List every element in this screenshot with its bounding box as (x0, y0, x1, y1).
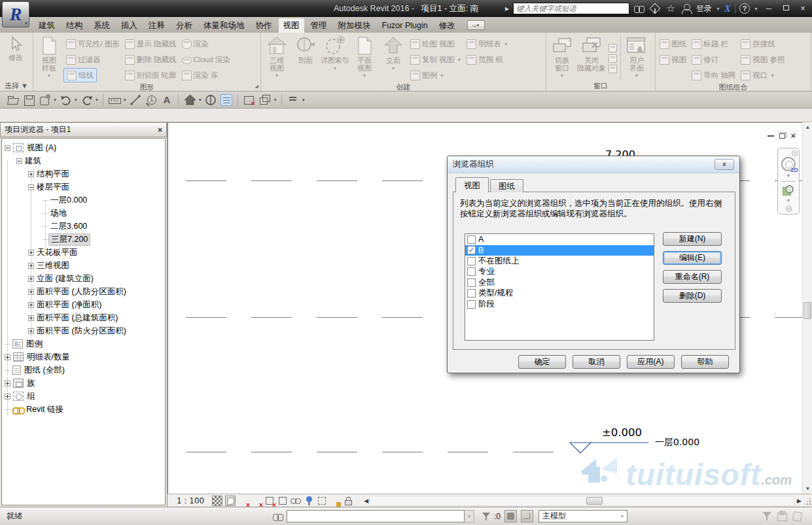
thin-lines-icon[interactable] (221, 94, 232, 106)
favorites-icon[interactable]: ☆ (665, 3, 677, 14)
tree-item[interactable]: 面积平面 (防火分区面积) (2, 324, 165, 337)
dialog-button-编辑(E)[interactable]: 编辑(E) (663, 251, 722, 265)
organization-item-不在图纸上[interactable]: 不在图纸上 (465, 256, 654, 267)
level-1-name[interactable]: 一层0.000 (655, 437, 699, 449)
navbar-wheel-caret-icon[interactable]: ▼ (786, 173, 791, 178)
collapse-icon[interactable] (5, 145, 10, 151)
measure-icon-caret[interactable]: ▼ (123, 98, 127, 102)
tree-item[interactable]: 三维视图 (2, 259, 165, 272)
panel-label-选择[interactable]: 选择 ▼ (0, 82, 33, 91)
expand-icon[interactable] (5, 394, 10, 399)
tree-item[interactable]: 面积平面 (总建筑面积) (2, 311, 165, 324)
ribbon-button-图例[interactable]: 图例▼ (408, 67, 464, 83)
tree-item[interactable]: 图例 (2, 337, 165, 350)
project-browser-close-icon[interactable]: × (158, 126, 162, 135)
undo-icon[interactable] (60, 94, 71, 106)
sign-in-icon[interactable] (680, 3, 692, 14)
checkbox-icon[interactable] (467, 267, 476, 276)
dialog-button-新建(N)[interactable]: 新建(N) (663, 232, 722, 246)
sign-in-label[interactable]: 登录 (696, 3, 712, 14)
ribbon-button-视图样板[interactable]: 视图样板▼ (35, 35, 63, 83)
organization-item-A[interactable]: A (465, 234, 654, 245)
ribbon-button-三维视图[interactable]: 三维视图▼ (262, 35, 291, 83)
expand-icon[interactable] (28, 302, 34, 308)
tree-item[interactable]: 族 (2, 377, 165, 390)
ribbon-button-修订[interactable]: 修订 (689, 52, 738, 67)
mdi-restore-icon[interactable] (779, 133, 785, 139)
ribbon-button-删除隐藏线[interactable]: 删除 隐藏线 (122, 52, 179, 67)
navbar-close-icon[interactable]: × (792, 150, 798, 156)
level-1-elevation[interactable]: ±0.000 (602, 426, 642, 439)
panel-label-图形[interactable]: 图形◢ (33, 83, 260, 92)
ribbon-button-详图索引[interactable]: 详图索引▼ (320, 35, 350, 83)
ribbon-button-视图[interactable]: 视图 (657, 52, 689, 67)
ribbon-button-视图参照[interactable]: 视图 参照 (738, 52, 787, 67)
selection-filter-icon[interactable] (762, 511, 773, 522)
mdi-minimize-icon[interactable] (768, 135, 774, 137)
shadows-icon[interactable] (251, 496, 262, 506)
dialog-close-button[interactable]: × (715, 159, 734, 170)
organization-item-阶段[interactable]: 阶段 (465, 299, 654, 310)
section-icon[interactable] (205, 94, 217, 106)
tag-icon[interactable] (145, 94, 157, 106)
editable-only-icon[interactable] (777, 511, 788, 522)
tile-windows-icon[interactable] (609, 65, 617, 73)
steering-wheel-2d-icon[interactable] (781, 157, 796, 171)
expand-icon[interactable] (28, 328, 34, 334)
dialog-launcher-icon[interactable]: ◢ (255, 82, 258, 90)
scroll-right-icon[interactable]: ▶ (797, 498, 802, 504)
section-box-icon[interactable] (317, 496, 327, 506)
ribbon-tab-系统[interactable]: 系统 (89, 18, 115, 33)
transfer-icon-caret[interactable]: ▼ (53, 98, 57, 102)
switch-windows-icon-caret[interactable]: ▼ (274, 98, 277, 102)
tree-item-selected[interactable]: 三层7.200 (2, 233, 165, 246)
expand-icon[interactable] (28, 263, 34, 269)
tree-item[interactable]: 视图 (A) (2, 141, 165, 154)
visual-style-icon[interactable] (225, 496, 236, 506)
ribbon-tab-分析[interactable]: 分析 (171, 18, 197, 33)
organization-item-B[interactable]: ✓B (465, 245, 654, 256)
reveal-hidden-icon[interactable] (291, 496, 301, 506)
expand-icon[interactable] (28, 250, 34, 256)
lock-view-icon[interactable] (343, 496, 353, 506)
ribbon-button-绘图视图[interactable]: 绘图 视图 (408, 36, 464, 52)
filter-icon[interactable] (481, 511, 493, 522)
tree-item[interactable]: 组 (2, 390, 165, 403)
tree-item[interactable]: 天花板平面 (2, 246, 165, 259)
tree-item[interactable]: 场地 (2, 207, 165, 220)
ribbon-tab-结构[interactable]: 结构 (62, 18, 87, 33)
open-icon[interactable] (7, 94, 19, 106)
tree-item[interactable]: 立面 (建筑立面) (2, 272, 165, 285)
dialog-button-重命名(R)[interactable]: 重命名(R) (663, 270, 722, 284)
level-line-1[interactable] (186, 452, 569, 452)
transfer-icon[interactable] (39, 94, 50, 106)
tree-item[interactable]: 结构平面 (2, 167, 165, 180)
ribbon-tab-Fuzor Plugin[interactable]: Fuzor Plugin (378, 18, 432, 33)
ribbon-button-用户界面[interactable]: 用户界面▼ (622, 35, 651, 82)
default-3d-view-icon[interactable] (184, 94, 196, 106)
zoom-region-icon[interactable] (782, 184, 795, 196)
redo-icon-caret[interactable]: ▼ (95, 98, 99, 102)
scroll-up-icon[interactable]: ▲ (803, 122, 812, 132)
ribbon-button-拼接线[interactable]: 拼接线 (738, 36, 787, 52)
show-crop-icon[interactable] (277, 496, 288, 506)
scroll-down-icon[interactable]: ▼ (803, 484, 812, 494)
navbar-zoom-caret-icon[interactable]: ▼ (786, 198, 791, 203)
ribbon-button-渲染库[interactable]: 渲染 库 (179, 67, 233, 83)
organization-item-类型/规程[interactable]: 类型/规程 (465, 288, 654, 299)
scale-button[interactable]: 1 : 100 (177, 496, 204, 505)
dialog-button-删除(D)[interactable]: 删除(D) (663, 289, 722, 303)
ribbon-button-复制视图[interactable]: 复制 视图▼ (408, 52, 464, 67)
ribbon-button-细线[interactable]: 细线 (63, 68, 97, 82)
application-menu-button[interactable]: R▼ (2, 1, 29, 27)
ribbon-button-切换窗口[interactable]: 切换窗口▼ (548, 35, 576, 82)
collapse-icon[interactable] (16, 158, 22, 164)
ribbon-tab-管理[interactable]: 管理 (306, 18, 332, 33)
ribbon-button-显示隐藏线[interactable]: 显示 隐藏线 (122, 36, 179, 52)
ribbon-button-可见性图形[interactable]: 可见性/ 图形 (63, 36, 122, 52)
tree-item[interactable]: 一层0.000 (2, 194, 165, 207)
search-collapse-icon[interactable]: ▶ (505, 6, 509, 12)
ribbon-button-渲染[interactable]: 渲染 (179, 36, 233, 52)
select-underlay-icon[interactable] (792, 511, 803, 522)
expand-icon[interactable] (5, 354, 10, 360)
